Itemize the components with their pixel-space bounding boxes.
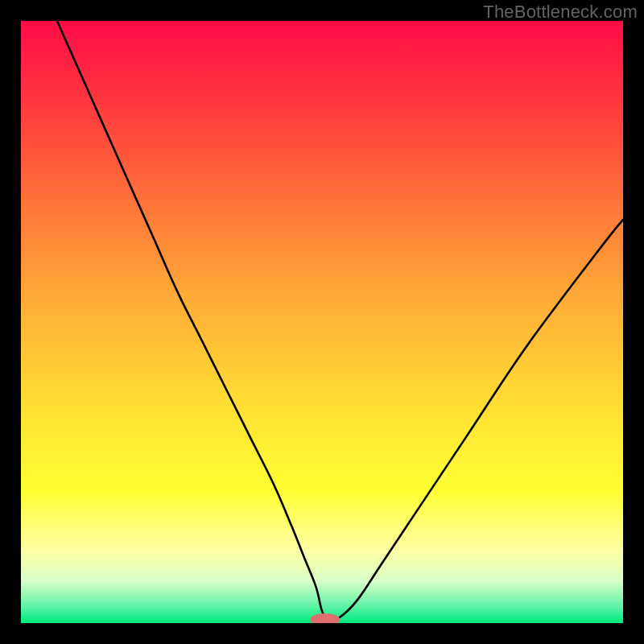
gradient-background: [21, 21, 623, 623]
chart-frame: TheBottleneck.com: [0, 0, 644, 644]
watermark-text: TheBottleneck.com: [483, 2, 638, 23]
bottleneck-chart-svg: [21, 21, 623, 623]
plot-area: [21, 21, 623, 623]
